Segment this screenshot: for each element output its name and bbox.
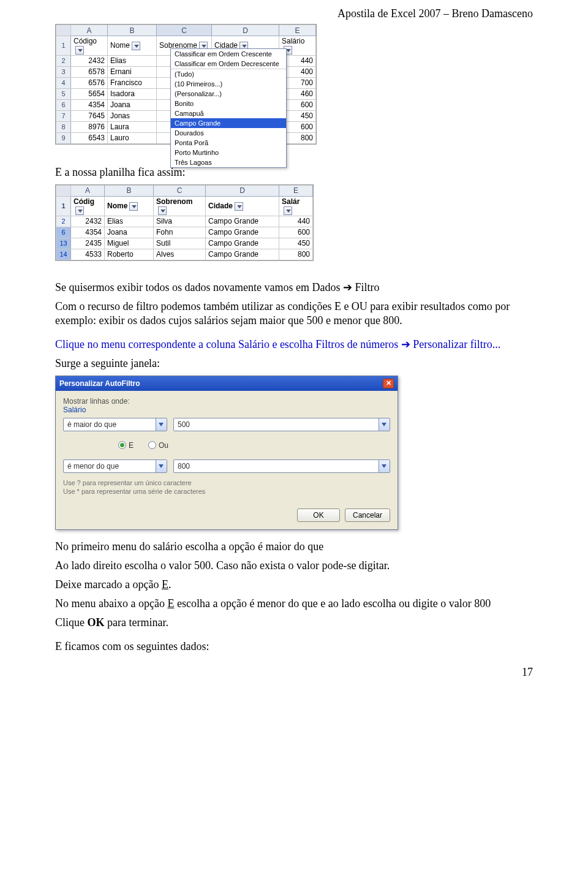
cell[interactable]: Nome — [108, 36, 157, 56]
select-all-corner[interactable] — [56, 25, 71, 36]
cell[interactable]: Laura — [108, 121, 157, 132]
chevron-down-icon[interactable] — [379, 418, 390, 431]
filter-dropdown[interactable] — [132, 42, 140, 50]
cell[interactable]: Salár — [279, 196, 313, 216]
cell[interactable]: Sutil — [154, 238, 206, 249]
cell[interactable]: Código — [71, 36, 108, 56]
cell[interactable]: Campo Grande — [206, 249, 279, 260]
cell[interactable]: 7645 — [71, 110, 108, 121]
filter-dropdown[interactable] — [75, 206, 84, 215]
cell[interactable]: 600 — [279, 227, 313, 238]
row-header[interactable]: 4 — [56, 77, 71, 88]
filter-dropdown[interactable] — [235, 202, 243, 211]
row-header[interactable]: 13 — [56, 238, 71, 249]
row-header[interactable]: 1 — [56, 196, 71, 216]
filter-item[interactable]: Dourados — [171, 128, 286, 138]
cell[interactable]: 2432 — [71, 216, 105, 227]
cell[interactable]: Sobrenom — [154, 196, 206, 216]
cell[interactable]: Nome — [105, 196, 154, 216]
cell[interactable]: Francisco — [108, 77, 157, 88]
cell[interactable]: 2432 — [71, 55, 108, 66]
cell[interactable]: Fohn — [154, 227, 206, 238]
cell[interactable]: 8976 — [71, 121, 108, 132]
filter-item[interactable]: Três Lagoas — [171, 157, 286, 167]
filter-dropdown[interactable] — [129, 202, 138, 211]
row-header[interactable]: 9 — [56, 132, 71, 143]
cell[interactable]: 4354 — [71, 99, 108, 110]
cell[interactable]: Joana — [105, 227, 154, 238]
col-b[interactable]: B — [108, 25, 157, 36]
col-a[interactable]: A — [71, 25, 108, 36]
filter-item[interactable]: Bonito — [171, 99, 286, 108]
filter-dropdown[interactable] — [284, 206, 292, 215]
row-header[interactable]: 6 — [56, 227, 71, 238]
cell[interactable]: Ernani — [108, 66, 157, 77]
filter-item-top10[interactable]: (10 Primeiros...) — [171, 79, 286, 89]
cell[interactable]: Miguel — [105, 238, 154, 249]
row-header[interactable]: 2 — [56, 55, 71, 66]
cell[interactable]: Joana — [108, 99, 157, 110]
row-header[interactable]: 5 — [56, 88, 71, 99]
col-c[interactable]: C — [157, 25, 212, 36]
cell[interactable]: 6576 — [71, 77, 108, 88]
cell[interactable]: 800 — [279, 249, 313, 260]
radio-and[interactable]: E — [118, 441, 134, 450]
cell[interactable]: 4533 — [71, 249, 105, 260]
filter-item[interactable]: Porto Murtinho — [171, 148, 286, 157]
cell[interactable]: 440 — [279, 216, 313, 227]
col-c[interactable]: C — [154, 185, 206, 196]
row-header[interactable]: 3 — [56, 66, 71, 77]
cell[interactable]: 5654 — [71, 88, 108, 99]
row-header[interactable]: 7 — [56, 110, 71, 121]
filter-dropdown[interactable] — [158, 206, 167, 215]
cancel-button[interactable]: Cancelar — [345, 508, 390, 522]
cell[interactable]: Isadora — [108, 88, 157, 99]
cell[interactable]: Elias — [105, 216, 154, 227]
cell[interactable]: Roberto — [105, 249, 154, 260]
cell[interactable]: Códig — [71, 196, 105, 216]
col-e[interactable]: E — [279, 185, 313, 196]
chevron-down-icon[interactable] — [379, 460, 390, 472]
row-header[interactable]: 8 — [56, 121, 71, 132]
filter-item-sort-desc[interactable]: Classificar em Ordem Decrescente — [171, 59, 286, 69]
filter-item[interactable]: Ponta Porã — [171, 138, 286, 148]
row-header[interactable]: 2 — [56, 216, 71, 227]
operator-1-combo[interactable]: é maior do que — [63, 418, 167, 431]
row-header[interactable]: 14 — [56, 249, 71, 260]
cell[interactable]: Campo Grande — [206, 216, 279, 227]
cell[interactable]: Alves — [154, 249, 206, 260]
row-header[interactable]: 1 — [56, 36, 71, 56]
chevron-down-icon[interactable] — [156, 460, 167, 472]
close-icon[interactable]: ✕ — [383, 379, 394, 388]
cell[interactable]: Cidade — [206, 196, 279, 216]
radio-or[interactable]: Ou — [148, 441, 168, 450]
cell[interactable]: 6578 — [71, 66, 108, 77]
cell[interactable]: Campo Grande — [206, 227, 279, 238]
chevron-down-icon[interactable] — [156, 418, 167, 431]
cell[interactable]: 6543 — [71, 132, 108, 143]
col-b[interactable]: B — [105, 185, 154, 196]
cell[interactable]: 450 — [279, 238, 313, 249]
cell[interactable]: 2435 — [71, 238, 105, 249]
col-e[interactable]: E — [279, 25, 316, 36]
cell[interactable]: Elias — [108, 55, 157, 66]
filter-dropdown[interactable] — [75, 46, 84, 55]
filter-item-all[interactable]: (Tudo) — [171, 69, 286, 79]
value-1-combo[interactable]: 500 — [173, 418, 390, 431]
col-a[interactable]: A — [71, 185, 105, 196]
cell[interactable]: 4354 — [71, 227, 105, 238]
col-d[interactable]: D — [212, 25, 279, 36]
filter-item-selected[interactable]: Campo Grande — [171, 118, 286, 128]
cell[interactable]: Lauro — [108, 132, 157, 143]
col-d[interactable]: D — [206, 185, 279, 196]
ok-button[interactable]: OK — [297, 508, 340, 522]
cell[interactable]: Jonas — [108, 110, 157, 121]
select-all-corner[interactable] — [56, 185, 71, 196]
operator-2-combo[interactable]: é menor do que — [63, 459, 167, 473]
cell[interactable]: Campo Grande — [206, 238, 279, 249]
filter-item-sort-asc[interactable]: Classificar em Ordem Crescente — [171, 49, 286, 59]
cell[interactable]: Silva — [154, 216, 206, 227]
row-header[interactable]: 6 — [56, 99, 71, 110]
filter-item-custom[interactable]: (Personalizar...) — [171, 89, 286, 99]
filter-item[interactable]: Camapuã — [171, 108, 286, 118]
